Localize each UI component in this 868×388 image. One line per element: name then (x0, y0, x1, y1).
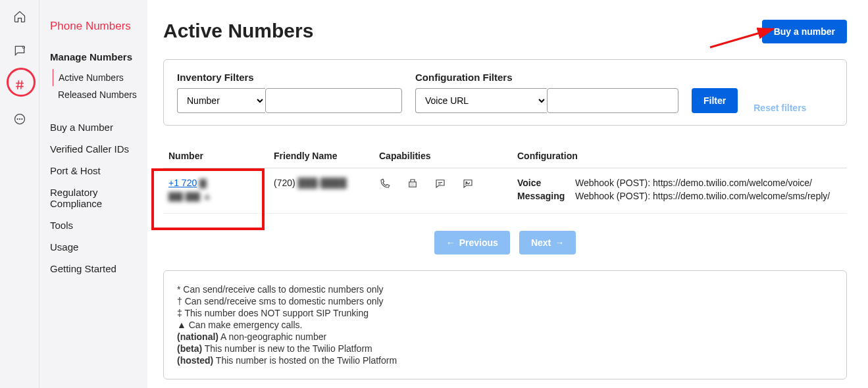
legend-line: (beta) This number is new to the Twilio … (177, 343, 833, 354)
phone-number-link[interactable]: +1 720 (168, 178, 197, 188)
cfg-messaging-key: Messaging (517, 191, 570, 201)
configuration-filter-value-input[interactable] (547, 88, 678, 113)
legend-line: † Can send/receive sms to domestic numbe… (177, 296, 833, 306)
arrow-right-icon: → (555, 237, 564, 248)
phone-number-line2: ▇▇ ▇▇ ▲ (168, 191, 212, 201)
col-configuration: Configuration (512, 144, 847, 168)
legend-panel: * Can send/receive calls to domestic num… (163, 270, 847, 379)
fax-icon (407, 178, 419, 191)
svg-point-2 (17, 119, 18, 120)
voice-icon (379, 178, 391, 191)
legend-line: (national) A non-geographic number (177, 331, 833, 342)
table-row: +1 720 ▇ ▇▇ ▇▇ ▲ (720) ███-████ (163, 168, 847, 214)
legend-line: ▲ Can make emergency calls. (177, 320, 833, 330)
filters-panel: Inventory Filters Number Configuration F… (163, 59, 847, 126)
col-number: Number (163, 144, 268, 168)
sidebar-item-tools[interactable]: Tools (50, 214, 147, 236)
sidebar-title[interactable]: Phone Numbers (50, 20, 147, 33)
col-capabilities: Capabilities (374, 144, 512, 168)
inventory-filters-label: Inventory Filters (177, 72, 402, 83)
previous-button[interactable]: ←Previous (434, 231, 510, 255)
cfg-messaging-value: Webhook (POST): https://demo.twilio.com/… (575, 191, 830, 201)
buy-number-button[interactable]: Buy a number (762, 20, 847, 43)
more-icon[interactable] (13, 112, 26, 128)
chat-icon[interactable] (13, 44, 26, 60)
sidebar-item-active-numbers[interactable]: Active Numbers (53, 69, 147, 86)
phone-number-redacted: ▇ (199, 178, 207, 188)
legend-line: ‡ This number does NOT support SIP Trunk… (177, 308, 833, 318)
sidebar-item-getting-started[interactable]: Getting Started (50, 258, 147, 279)
sidebar-item-regulatory-compliance[interactable]: Regulatory Compliance (50, 182, 147, 214)
inventory-filter-type-select[interactable]: Number (177, 88, 265, 113)
friendly-name: (720) ███-████ (274, 178, 347, 188)
next-button[interactable]: Next→ (519, 231, 576, 255)
svg-point-4 (21, 119, 22, 120)
sidebar: Phone Numbers Manage Numbers Active Numb… (39, 0, 147, 388)
sidebar-item-port-and-host[interactable]: Port & Host (50, 160, 147, 182)
pagination: ←Previous Next→ (163, 231, 847, 255)
main-content: Active Numbers Buy a number Inventory Fi… (147, 0, 863, 388)
filter-button[interactable]: Filter (692, 88, 738, 113)
page-title: Active Numbers (163, 20, 313, 42)
sidebar-item-buy-a-number[interactable]: Buy a Number (50, 116, 147, 138)
svg-point-3 (19, 119, 20, 120)
capabilities-icons (379, 178, 491, 191)
legend-line: * Can send/receive calls to domestic num… (177, 284, 833, 295)
col-friendly-name: Friendly Name (268, 144, 374, 168)
svg-rect-5 (409, 182, 417, 187)
sidebar-item-usage[interactable]: Usage (50, 236, 147, 258)
arrow-left-icon: ← (446, 237, 455, 248)
sms-icon (434, 178, 446, 191)
inventory-filter-value-input[interactable] (265, 88, 402, 113)
mms-icon (462, 178, 474, 191)
cfg-voice-key: Voice (517, 178, 570, 188)
legend-line: (hosted) This number is hosted on the Tw… (177, 355, 833, 366)
home-icon[interactable] (13, 10, 26, 26)
reset-filters-link[interactable]: Reset filters (753, 103, 806, 113)
icon-rail (0, 0, 39, 388)
cfg-voice-value: Webhook (POST): https://demo.twilio.com/… (575, 178, 812, 188)
configuration-filter-type-select[interactable]: Voice URL (415, 88, 547, 113)
numbers-table: Number Friendly Name Capabilities Config… (163, 144, 847, 214)
hash-icon[interactable] (13, 78, 26, 94)
sidebar-item-verified-caller-ids[interactable]: Verified Caller IDs (50, 138, 147, 160)
sidebar-manage-heading[interactable]: Manage Numbers (50, 51, 147, 62)
configuration-filters-label: Configuration Filters (415, 72, 678, 83)
sidebar-item-released-numbers[interactable]: Released Numbers (58, 86, 147, 103)
